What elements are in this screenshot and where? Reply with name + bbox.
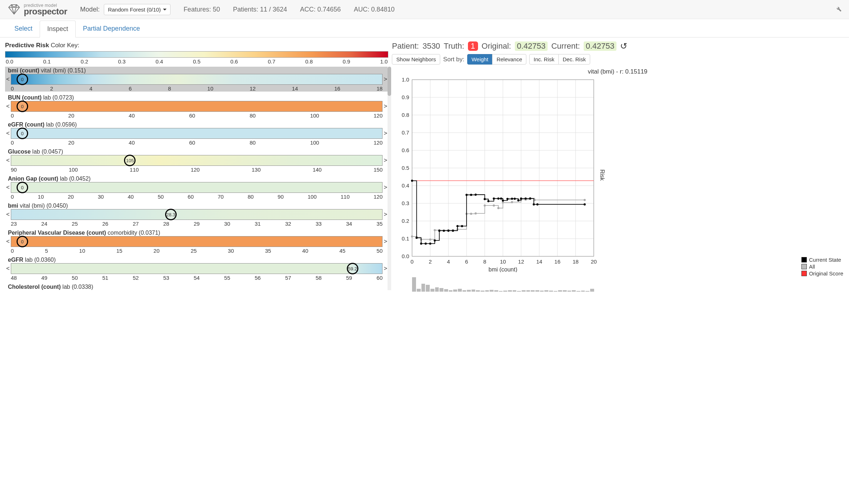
model-dropdown[interactable]: Random Forest (0/10)	[104, 4, 171, 15]
hist-bar	[485, 290, 489, 292]
hist-bar	[522, 290, 526, 292]
svg-point-62	[511, 201, 513, 203]
feature-ticks: 0102030405060708090100110120	[6, 193, 388, 200]
hist-bar	[540, 291, 544, 292]
feature-row[interactable]: bmi (count) vital (bmi) (0.151)<0>024681…	[5, 67, 388, 92]
svg-point-86	[498, 198, 500, 200]
sort-weight-button[interactable]: Weight	[467, 54, 492, 65]
value-marker[interactable]: 0	[17, 128, 28, 139]
increase-button[interactable]: >	[383, 238, 388, 245]
feature-row[interactable]: eGFR (count) lab (0.0596)<0>020406080100…	[5, 121, 388, 146]
value-marker[interactable]: 28.3	[165, 209, 177, 220]
legend-swatch	[801, 257, 807, 262]
tab-partial-dependence[interactable]: Partial Dependence	[76, 21, 147, 37]
svg-point-91	[514, 198, 516, 200]
decrease-button[interactable]: <	[6, 211, 10, 218]
colorkey-tick: 0.9	[343, 58, 350, 65]
hist-bar	[549, 291, 553, 292]
hist-bar	[544, 290, 548, 292]
value-marker[interactable]: 0	[17, 182, 28, 193]
hist-bar	[476, 290, 480, 292]
increase-button[interactable]: >	[383, 130, 388, 137]
decrease-button[interactable]: <	[6, 238, 10, 245]
increase-button[interactable]: >	[383, 184, 388, 191]
svg-text:12: 12	[518, 258, 524, 265]
feature-row[interactable]: Glucose lab (0.0457)<105>901001101201301…	[5, 148, 388, 173]
svg-point-93	[520, 198, 522, 200]
sort-relevance-button[interactable]: Relevance	[492, 54, 526, 65]
feature-row[interactable]: Cholesterol (count) lab (0.0338)	[5, 283, 388, 290]
feature-bar[interactable]: 59.2	[11, 263, 383, 274]
svg-text:10: 10	[500, 258, 506, 265]
risk-chart: 0.00.10.20.30.40.50.60.70.80.91.00246810…	[392, 78, 597, 272]
decrease-button[interactable]: <	[6, 184, 10, 191]
svg-point-75	[443, 230, 445, 232]
feature-row[interactable]: Anion Gap (count) lab (0.0452)<0>0102030…	[5, 175, 388, 200]
decrease-button[interactable]: <	[6, 157, 10, 164]
hist-bar	[513, 290, 517, 292]
svg-point-95	[529, 198, 531, 200]
decrease-button[interactable]: <	[6, 76, 10, 83]
original-score: 0.42753	[515, 41, 548, 51]
hist-bar	[508, 290, 512, 292]
hist-bar	[435, 287, 439, 292]
tab-inspect[interactable]: Inspect	[40, 21, 76, 37]
decrease-button[interactable]: <	[6, 103, 10, 110]
feature-ticks: 48495051525354555657585960	[6, 274, 388, 281]
increase-button[interactable]: >	[383, 157, 388, 164]
feature-row[interactable]: Peripheral Vascular Disease (count) como…	[5, 229, 388, 254]
value-marker[interactable]: 0	[17, 74, 28, 85]
patients-stat: Patients: 11 / 3624	[233, 6, 287, 13]
decrease-button[interactable]: <	[6, 130, 10, 137]
chart-legend: Current StateAllOriginal Score	[801, 256, 843, 277]
feature-list[interactable]: bmi (count) vital (bmi) (0.151)<0>024681…	[5, 67, 388, 290]
feature-bar[interactable]: 0	[11, 182, 383, 193]
svg-point-96	[533, 203, 535, 205]
feature-bar[interactable]: 0	[11, 236, 383, 247]
hist-bar	[421, 284, 425, 292]
value-marker[interactable]: 105	[124, 155, 136, 166]
increase-button[interactable]: >	[383, 103, 388, 110]
hist-bar	[426, 285, 430, 292]
scrollbar[interactable]	[388, 67, 391, 290]
hist-bar	[430, 289, 434, 292]
feature-title: eGFR (count) lab (0.0596)	[6, 121, 388, 128]
feature-bar[interactable]: 0	[11, 74, 383, 85]
decrease-button[interactable]: <	[6, 265, 10, 272]
svg-text:6: 6	[465, 258, 468, 265]
value-marker[interactable]: 59.2	[347, 263, 358, 274]
svg-text:0.7: 0.7	[402, 129, 409, 136]
svg-point-80	[465, 194, 468, 196]
scroll-thumb[interactable]	[388, 67, 391, 96]
feature-row[interactable]: BUN (count) lab (0.0723)<0>0204060801001…	[5, 94, 388, 119]
feature-bar[interactable]: 0	[11, 101, 383, 112]
value-marker[interactable]: 0	[17, 101, 28, 112]
acc-stat: ACC: 0.74656	[300, 6, 341, 13]
settings-icon[interactable]	[835, 5, 842, 14]
svg-point-98	[584, 203, 586, 205]
feature-title: Glucose lab (0.0457)	[6, 149, 388, 155]
feature-row[interactable]: bmi vital (bmi) (0.0450)<28.3>2324252627…	[5, 202, 388, 227]
svg-point-90	[511, 198, 513, 200]
feature-bar[interactable]: 0	[11, 128, 383, 139]
feature-bar[interactable]: 28.3	[11, 209, 383, 220]
inc-risk-button[interactable]: Inc. Risk	[529, 54, 559, 65]
svg-point-89	[507, 198, 509, 200]
colorkey-title: Predictive Risk Color Key:	[5, 42, 388, 49]
chart-wrap: 0.00.10.20.30.40.50.60.70.80.91.00246810…	[392, 78, 843, 272]
show-neighbors-button[interactable]: Show Neighbors	[392, 54, 440, 65]
svg-text:18: 18	[573, 258, 579, 265]
feature-bar[interactable]: 105	[11, 155, 383, 166]
reset-icon[interactable]: ↺	[620, 41, 627, 51]
dec-risk-button[interactable]: Dec. Risk	[558, 54, 590, 65]
tab-select[interactable]: Select	[7, 21, 40, 37]
svg-point-73	[434, 239, 436, 242]
feature-row[interactable]: eGFR lab (0.0360)<59.2>48495051525354555…	[5, 256, 388, 281]
value-marker[interactable]: 0	[17, 236, 28, 247]
detail-panel: Patient: 3530 Truth: 1 Original: 0.42753…	[390, 37, 849, 295]
increase-button[interactable]: >	[383, 76, 388, 83]
truth-badge: 1	[468, 41, 478, 51]
increase-button[interactable]: >	[383, 211, 388, 218]
increase-button[interactable]: >	[383, 265, 388, 272]
brand-title: prospector	[24, 8, 67, 16]
